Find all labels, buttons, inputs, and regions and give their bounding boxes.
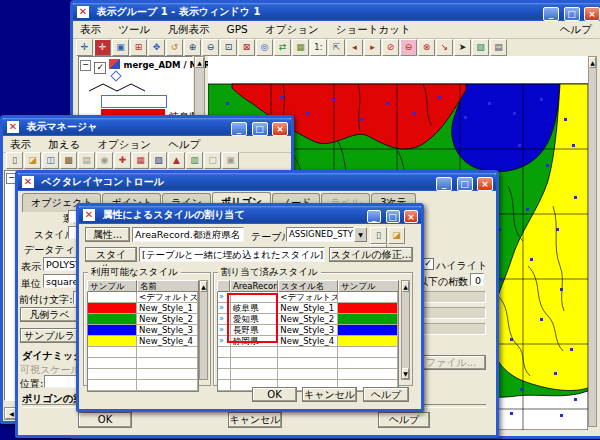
menu-help[interactable]: ヘルプ	[553, 21, 599, 39]
add-layer-icon[interactable]: ✚	[114, 152, 131, 169]
style-name-cell[interactable]	[278, 358, 337, 368]
select-tool-icon[interactable]: ➤	[454, 39, 471, 56]
display-window-titlebar[interactable]: ✕ 表示グループ 1 - 表示ウィンドウ 1 _ □ ×	[73, 3, 600, 21]
style-name-cell[interactable]: New_Style_3	[278, 325, 337, 335]
style-editor-icon[interactable]: ▧	[472, 39, 489, 56]
show-combo[interactable]: POLYSTAT	[43, 257, 79, 271]
scroll-up-icon[interactable]: ▲	[195, 57, 204, 68]
attribute-field[interactable]: AreaRecord.都道府県名	[132, 227, 244, 242]
style-name-cell[interactable]	[137, 358, 198, 368]
cancel-button[interactable]: キャンセル	[228, 412, 282, 428]
tree-collapse-icon[interactable]: −	[80, 60, 91, 71]
sample-label-button[interactable]: サンプルラベ	[20, 328, 79, 343]
scroll-up-icon[interactable]: ▲	[200, 281, 207, 292]
available-styles-table[interactable]: <デフォルトス New_Style_1 New_Style_2	[87, 292, 199, 392]
scroll-down-icon[interactable]: ▼	[402, 368, 409, 379]
maximize-icon[interactable]: □	[386, 210, 400, 223]
open-file-icon[interactable]: ◪	[24, 152, 41, 169]
menu-shortcuts[interactable]: ショートカット	[329, 21, 418, 39]
disable-tool-icon[interactable]: ⊘	[382, 39, 399, 56]
available-styles-scrollbar[interactable]: ▲	[199, 280, 208, 380]
column-header[interactable]: サンプル	[87, 280, 137, 292]
style-name-cell[interactable]	[278, 347, 337, 357]
prefecture-cell[interactable]	[231, 347, 278, 357]
style-sample-swatch[interactable]	[338, 303, 398, 313]
menu-options[interactable]: オプション	[258, 21, 326, 39]
available-style-row[interactable]: <デフォルトス	[88, 292, 198, 303]
style-sample-swatch[interactable]	[338, 325, 398, 335]
menu-legend[interactable]: 凡例表示	[160, 21, 216, 39]
scale-1x-icon[interactable]: 1:	[310, 39, 327, 56]
help-button[interactable]: ヘルプ	[363, 387, 409, 402]
style-sample-swatch[interactable]	[88, 292, 137, 302]
style-sample-swatch[interactable]	[338, 292, 398, 302]
available-style-row[interactable]: New_Style_2	[88, 314, 198, 325]
close-icon[interactable]: ×	[404, 210, 418, 223]
previous-layer-icon[interactable]: ◂	[346, 39, 363, 56]
pan-view-icon[interactable]: ✥	[148, 39, 165, 56]
redraw-icon[interactable]: ⇄	[274, 39, 291, 56]
style-name-cell[interactable]: New_Style_2	[137, 314, 198, 324]
style-sample-swatch[interactable]	[338, 347, 398, 357]
style-sample-swatch[interactable]	[88, 325, 137, 335]
unit-combo[interactable]: square	[43, 274, 79, 288]
prefecture-cell[interactable]	[231, 369, 278, 379]
style-name-cell[interactable]: New_Style_1	[278, 303, 337, 313]
zoom-extents-icon[interactable]: ◎	[256, 39, 273, 56]
zoom-full-icon[interactable]: ⊠	[238, 39, 255, 56]
available-style-row[interactable]	[88, 380, 198, 391]
close-view-icon[interactable]: ⊗	[418, 39, 435, 56]
position-field[interactable]	[44, 375, 79, 388]
assigned-style-row[interactable]	[218, 358, 398, 369]
style-sample-swatch[interactable]	[338, 358, 398, 368]
column-header[interactable]: 名前	[137, 280, 199, 292]
style-name-cell[interactable]: <デフォルトス	[137, 292, 198, 302]
zoom-percent-icon[interactable]: ⇱	[328, 39, 345, 56]
assigned-style-row[interactable]	[218, 369, 398, 380]
available-style-row[interactable]	[88, 347, 198, 358]
scroll-up-icon[interactable]: ▲	[589, 57, 596, 68]
style-sample-swatch[interactable]	[338, 314, 398, 324]
map-scrollbar[interactable]: ▲	[588, 56, 597, 427]
available-style-row[interactable]: New_Style_4	[88, 336, 198, 347]
minimize-icon[interactable]: _	[367, 210, 381, 223]
full-view-icon[interactable]: ▣	[112, 39, 129, 56]
attribute-button[interactable]: 属性...	[85, 227, 130, 242]
magnifier-minus-icon[interactable]: ⊖	[400, 39, 417, 56]
zoom-in-icon[interactable]: ⊕	[184, 39, 201, 56]
add-object-icon[interactable]: ▤	[78, 152, 95, 169]
style-button[interactable]: スタイル...	[85, 247, 137, 262]
available-style-row[interactable]	[88, 369, 198, 380]
combo-dropdown-icon[interactable]: ▼	[354, 227, 367, 242]
save-file-icon[interactable]: ◫	[42, 152, 59, 169]
style-sample-swatch[interactable]	[338, 336, 398, 346]
scroll-up-icon[interactable]: ▲	[402, 281, 409, 292]
open-table-icon[interactable]: ◪	[388, 227, 405, 244]
zoom-box-icon[interactable]: ⊡	[220, 39, 237, 56]
close-icon[interactable]: ×	[477, 177, 493, 191]
column-header[interactable]: サンプル	[338, 280, 399, 292]
minimize-icon[interactable]: _	[436, 177, 452, 191]
column-header[interactable]: AreaRecord.	[230, 280, 278, 292]
style-name-cell[interactable]: New_Style_2	[278, 314, 337, 324]
maximize-icon[interactable]: □	[457, 177, 473, 191]
add-shape-icon[interactable]: ▥	[186, 152, 203, 169]
zoom-out-icon[interactable]: ⊖	[202, 39, 219, 56]
style-sample-swatch[interactable]	[88, 380, 137, 390]
close-icon[interactable]: ×	[584, 7, 600, 21]
style-name-cell[interactable]: New_Style_1	[137, 303, 198, 313]
add-database-icon[interactable]: ▢	[204, 152, 221, 169]
next-layer-icon[interactable]: ▸	[364, 39, 381, 56]
print-icon[interactable]: ▤	[490, 39, 507, 56]
add-raster-icon[interactable]: ▦	[132, 152, 149, 169]
export-icon[interactable]: ▩	[60, 152, 77, 169]
new-file-icon[interactable]: ▯	[6, 152, 23, 169]
style-source-field[interactable]: [テーブルと一緒に埋め込まれたスタイル]	[139, 247, 325, 262]
column-header[interactable]: スタイル名	[278, 280, 338, 292]
add-tin-icon[interactable]: ▲	[168, 152, 185, 169]
digits-field[interactable]: 0	[470, 273, 484, 286]
cancel-button[interactable]: キャンセル	[302, 387, 357, 402]
style-sample-swatch[interactable]	[338, 369, 398, 379]
help-button[interactable]: ヘルプ	[378, 412, 430, 428]
menu-view[interactable]: 表示	[73, 21, 108, 39]
